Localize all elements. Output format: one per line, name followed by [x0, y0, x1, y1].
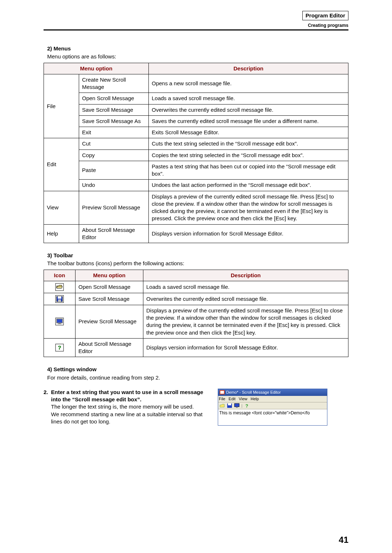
settings-heading: 4) Settings window [47, 366, 348, 373]
step-heading: Enter a text string that you want to use… [51, 389, 211, 404]
preview-icon[interactable] [234, 403, 240, 408]
menu-opt: Undo [79, 180, 149, 191]
menu-opt: Exit [79, 127, 149, 138]
step-body-line: The longer the text string is, the more … [51, 403, 211, 410]
svg-rect-15 [228, 404, 231, 405]
menus-sub: Menu options are as follows: [47, 53, 348, 60]
svg-rect-13 [220, 391, 224, 394]
step-number: 2. [44, 389, 48, 395]
toolbar-desc: Displays a preview of the currently edit… [143, 305, 348, 338]
toolbar-desc: Overwrites the currently edited scroll m… [143, 293, 348, 305]
menu-opt: Open Scroll Message [79, 93, 149, 104]
mock-menu-edit[interactable]: Edit [229, 397, 236, 401]
toolbar-desc: Displays version information for Scroll … [143, 338, 348, 357]
toolbar-desc: Loads a saved scroll message file. [143, 281, 348, 293]
menu-desc: Copies the text string selected in the “… [149, 149, 348, 161]
menu-desc: Loads a saved scroll message file. [149, 93, 348, 104]
menu-desc: Displays a preview of the currently edit… [149, 191, 348, 224]
toolbar-opt: About Scroll Message Editor [75, 338, 143, 357]
save-icon [44, 293, 75, 305]
open-icon[interactable] [220, 403, 225, 408]
svg-rect-3 [58, 296, 61, 299]
menu-top-view: View [44, 191, 79, 224]
help-icon: ? [44, 338, 75, 357]
toolbar-sub: The toolbar buttons (icons) perform the … [47, 260, 348, 267]
svg-rect-4 [58, 299, 61, 302]
menu-opt: Save Scroll Message [79, 104, 149, 115]
mock-menu-view[interactable]: View [239, 397, 248, 401]
toolbar-heading: 3) Toolbar [47, 252, 348, 259]
toolbar-opt: Preview Scroll Message [75, 305, 143, 338]
mock-menu-help[interactable]: Help [251, 397, 259, 401]
mock-toolbar: | ? [218, 402, 327, 410]
mock-menubar: File Edit View Help [218, 396, 327, 402]
svg-rect-7 [57, 319, 62, 323]
menu-opt: Create New Scroll Message [79, 74, 149, 93]
col-description: Description [143, 270, 348, 281]
mock-titlebar: Demo* - Scroll Message Editor [218, 389, 327, 396]
menu-top-edit: Edit [44, 138, 79, 191]
help-icon[interactable]: ? [244, 403, 250, 408]
menu-opt: Save Scroll Message As [79, 115, 149, 127]
menu-desc: Saves the currently edited scroll messag… [149, 115, 348, 127]
menu-opt: Cut [79, 138, 149, 149]
svg-rect-17 [236, 407, 238, 408]
menu-top-help: Help [44, 224, 79, 243]
svg-text:?: ? [245, 403, 248, 408]
menu-opt: About Scroll Message Editor [79, 224, 149, 243]
page-header-title: Program Editor [302, 11, 348, 20]
menu-top-file: File [44, 74, 79, 138]
mock-edit-box[interactable]: This is message <font color="white">Demo… [218, 409, 327, 425]
app-icon [220, 390, 225, 394]
menu-desc: Overwrites the currently edited scroll m… [149, 104, 348, 115]
svg-rect-9 [58, 324, 61, 324]
svg-rect-8 [58, 323, 61, 324]
menu-opt: Preview Scroll Message [79, 191, 149, 224]
mock-title-text: Demo* - Scroll Message Editor [226, 390, 281, 395]
settings-sub: For more details, continue reading from … [47, 374, 348, 381]
page-header-sub: Creating programs [44, 22, 348, 29]
step-body-line: We recommend starting a new line at a su… [51, 411, 211, 426]
menu-desc: Pastes a text string that has been cut o… [149, 161, 348, 180]
menu-desc: Undoes the last action performed in the … [149, 180, 348, 191]
menus-table: Menu option Description File Create New … [44, 63, 348, 243]
menu-opt: Paste [79, 161, 149, 180]
open-icon [44, 281, 75, 293]
toolbar-opt: Open Scroll Message [75, 281, 143, 293]
toolbar-table: Icon Menu option Description Open Scroll… [44, 270, 348, 357]
svg-rect-16 [234, 404, 239, 407]
editor-window-mock: Demo* - Scroll Message Editor File Edit … [218, 389, 327, 426]
col-description: Description [149, 63, 348, 74]
col-menu-option: Menu option [44, 63, 149, 74]
toolbar-opt: Save Scroll Message [75, 293, 143, 305]
preview-icon [44, 305, 75, 338]
menu-desc: Exits Scroll Message Editor. [149, 127, 348, 138]
svg-text:?: ? [58, 344, 61, 351]
menus-heading: 2) Menus [47, 45, 348, 52]
menu-opt: Copy [79, 149, 149, 161]
mock-menu-file[interactable]: File [219, 397, 225, 401]
col-icon: Icon [44, 270, 75, 281]
menu-desc: Cuts the text string selected in the “Sc… [149, 138, 348, 149]
menu-desc: Opens a new scroll message file. [149, 74, 348, 93]
save-icon[interactable] [227, 403, 233, 408]
header-divider [44, 29, 348, 30]
col-menu-option: Menu option [75, 270, 143, 281]
menu-desc: Displays version information for Scroll … [149, 224, 348, 243]
